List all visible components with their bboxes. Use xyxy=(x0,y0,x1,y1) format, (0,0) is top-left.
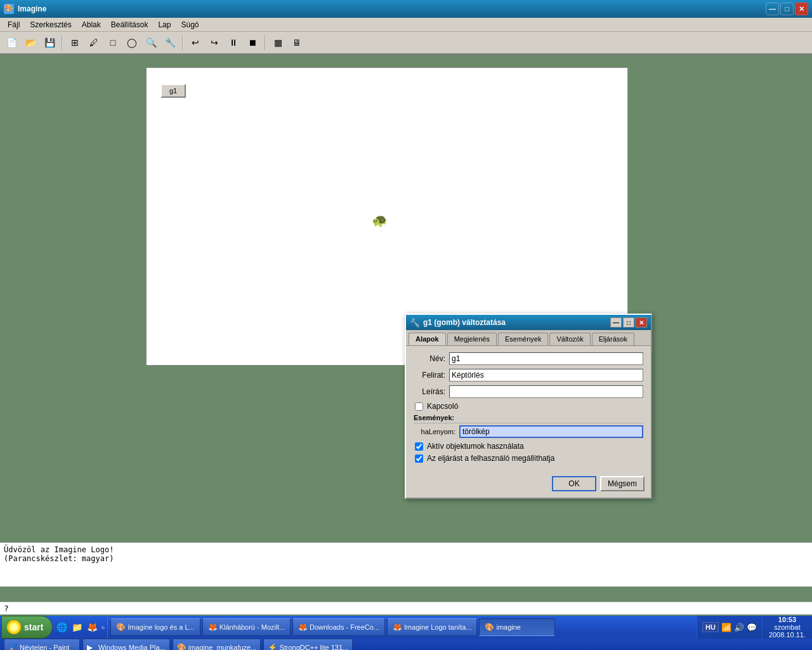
toolbar-btn4[interactable]: ⊞ xyxy=(66,34,84,51)
taskbar: start 🌐 📁 🦊 » 🎨 Imagine logo és a L... 🦊… xyxy=(0,616,812,650)
menu-help[interactable]: Súgó xyxy=(176,19,204,30)
maximize-button[interactable]: □ xyxy=(780,3,794,15)
start-label: start xyxy=(24,622,43,632)
aktiv-checkbox[interactable] xyxy=(415,442,423,451)
task-klanhaború-label: Klánháború - Mozill... xyxy=(219,623,285,631)
task-munkafuzet[interactable]: 🎨 imagine_munkafuze... xyxy=(173,639,261,650)
kapcsolo-label: Kapcsoló xyxy=(427,402,458,411)
tab-alapok[interactable]: Alapok xyxy=(409,333,446,345)
task-strongdc-icon: ⚡ xyxy=(268,643,277,650)
tab-eljarasok[interactable]: Eljárások xyxy=(592,333,634,345)
toolbar-save[interactable]: 💾 xyxy=(41,34,58,51)
dialog-window-controls: — □ ✕ xyxy=(610,317,647,328)
task-downloads[interactable]: 🦊 Downloads - FreeCo... xyxy=(292,618,385,636)
menu-page[interactable]: Lap xyxy=(153,19,176,30)
ql-browser[interactable]: 🦊 xyxy=(86,621,98,633)
menu-edit[interactable]: Szerkesztés xyxy=(25,19,76,30)
prompt-line[interactable]: ? xyxy=(0,602,812,614)
task-media-player[interactable]: ▶ Windows Media Pla... xyxy=(82,639,170,650)
taskbar-row1: start 🌐 📁 🦊 » 🎨 Imagine logo és a L... 🦊… xyxy=(0,616,812,639)
toolbar-btn10[interactable]: ↩ xyxy=(187,34,204,51)
clock-area: 10:53 szombat 2008.10.11. xyxy=(762,616,812,639)
task-imagine[interactable]: 🎨 imagine xyxy=(479,618,555,636)
toolbar-btn14[interactable]: ▦ xyxy=(269,34,287,51)
toolbar-btn5[interactable]: 🖊 xyxy=(85,34,103,51)
tab-valtozok[interactable]: Változók xyxy=(549,333,590,345)
toolbar-btn6[interactable]: □ xyxy=(104,34,122,51)
console-area: Üdvözöl az Imagine Logo! (Parancskészlet… xyxy=(0,542,812,587)
task-imagine-logo-tanita[interactable]: 🦊 Imagine Logo taníta... xyxy=(387,618,477,636)
menu-file[interactable]: Fájl xyxy=(3,19,25,30)
cancel-button[interactable]: Mégsem xyxy=(600,476,645,491)
ql-ie[interactable]: 🌐 xyxy=(55,621,68,633)
form-row-felirat: Felirat: xyxy=(414,369,643,381)
toolbar-btn8[interactable]: 🔍 xyxy=(142,34,160,51)
dialog-tabs: Alapok Megjelenés Események Változók Elj… xyxy=(406,330,651,346)
toolbar-sep1 xyxy=(62,35,63,50)
canvas-button-g1[interactable]: g1 xyxy=(160,84,186,98)
tab-megjelenes[interactable]: Megjelenés xyxy=(447,333,497,345)
leiras-input[interactable] xyxy=(449,385,643,398)
tab-esemenyek[interactable]: Események xyxy=(498,333,548,345)
task-imagine-logo[interactable]: 🎨 Imagine logo és a L... xyxy=(110,618,200,636)
ql-media[interactable]: 📁 xyxy=(70,621,83,633)
task-imagine-logo-tanita-icon: 🦊 xyxy=(393,623,402,632)
eljaras-checkbox[interactable] xyxy=(415,454,423,463)
task-klanhaború[interactable]: 🦊 Klánháború - Mozill... xyxy=(202,618,291,636)
dialog-body: Név: Felirat: Leírás: Kapcsoló xyxy=(406,346,651,472)
ql-more[interactable]: » xyxy=(101,623,105,631)
ok-button[interactable]: OK xyxy=(552,476,596,491)
task-strongdc[interactable]: ⚡ StrongDC++ lite 131... xyxy=(263,639,353,650)
tray-volume-icon[interactable]: 🔊 xyxy=(734,623,744,632)
toolbar-btn12[interactable]: ⏸ xyxy=(225,34,242,51)
event-row-halenyon: haLenyom: xyxy=(414,425,643,438)
task-imagine-logo-icon: 🎨 xyxy=(116,623,125,632)
task-imagine-logo-label: Imagine logo és a L... xyxy=(128,623,194,631)
toolbar-new[interactable]: 📄 xyxy=(3,34,20,51)
minimize-button[interactable]: — xyxy=(766,3,779,15)
app-title: Imagine xyxy=(18,4,766,13)
toolbar-btn9[interactable]: 🔧 xyxy=(161,34,179,51)
nev-input[interactable] xyxy=(449,352,643,365)
canvas-turtle: 🐢 xyxy=(372,213,388,228)
tray-msg-icon[interactable]: 💬 xyxy=(747,623,757,632)
system-tray: HU 📶 🔊 💬 xyxy=(697,616,762,639)
kapcsolo-checkbox[interactable] xyxy=(415,402,423,411)
task-strongdc-label: StrongDC++ lite 131... xyxy=(279,644,348,650)
menu-settings[interactable]: Beállítások xyxy=(106,19,154,30)
start-button[interactable]: start xyxy=(1,616,53,639)
clock-date: 2008.10.11. xyxy=(769,631,806,639)
felirat-input[interactable] xyxy=(449,369,643,381)
task-imagine-label: imagine xyxy=(496,623,521,631)
menu-bar: Fájl Szerkesztés Ablak Beállítások Lap S… xyxy=(0,18,812,32)
form-row-leiras: Leírás: xyxy=(414,385,643,398)
toolbar-btn13[interactable]: ⏹ xyxy=(244,34,261,51)
task-downloads-icon: 🦊 xyxy=(298,623,307,632)
task-downloads-label: Downloads - FreeCo... xyxy=(310,623,379,631)
language-button[interactable]: HU xyxy=(702,622,719,632)
task-munkafuzet-icon: 🎨 xyxy=(177,643,186,650)
close-button[interactable]: ✕ xyxy=(795,3,808,15)
window-controls: — □ ✕ xyxy=(766,3,808,15)
dialog-maximize-btn[interactable]: □ xyxy=(623,317,634,328)
toolbar-btn7[interactable]: ◯ xyxy=(123,34,141,51)
clock-day: szombat xyxy=(774,623,801,631)
dialog-minimize-btn[interactable]: — xyxy=(610,317,622,328)
dialog-close-btn[interactable]: ✕ xyxy=(636,317,647,328)
halenyon-input[interactable] xyxy=(459,425,643,438)
toolbar-btn11[interactable]: ↪ xyxy=(206,34,223,51)
task-paint[interactable]: 🖌️ Névtelen - Paint xyxy=(4,639,80,650)
task-media-icon: ▶ xyxy=(87,643,96,650)
checkbox-aktiv-row: Aktív objektumok használata xyxy=(414,442,643,451)
taskbar-row2: 🖌️ Névtelen - Paint ▶ Windows Media Pla.… xyxy=(0,639,812,650)
menu-window[interactable]: Ablak xyxy=(77,19,106,30)
toolbar-btn15[interactable]: 🖥 xyxy=(288,34,306,51)
task-imagine-icon: 🎨 xyxy=(485,623,494,632)
checkbox-eljaras-row: Az eljárást a felhasználó megállíthatja xyxy=(414,454,643,463)
toolbar-open[interactable]: 📂 xyxy=(22,34,39,51)
task-imagine-logo-tanita-label: Imagine Logo taníta... xyxy=(404,623,471,631)
toolbar: 📄 📂 💾 ⊞ 🖊 □ ◯ 🔍 🔧 ↩ ↪ ⏸ ⏹ ▦ 🖥 xyxy=(0,32,812,55)
tray-network-icon[interactable]: 📶 xyxy=(721,623,731,632)
task-paint-label: Névtelen - Paint xyxy=(20,644,69,650)
leiras-label: Leírás: xyxy=(414,387,449,396)
